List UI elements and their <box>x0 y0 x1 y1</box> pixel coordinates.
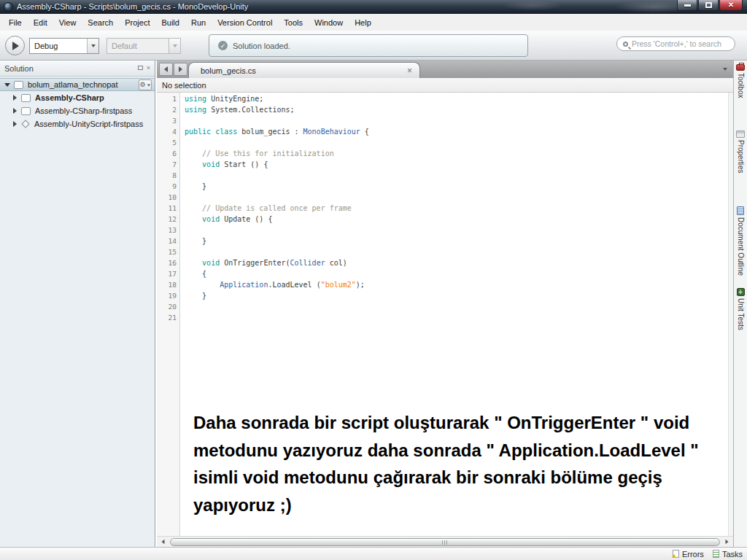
expander-right-icon[interactable] <box>13 108 17 114</box>
close-icon: ✕ <box>728 1 734 9</box>
expander-right-icon[interactable] <box>13 121 17 127</box>
status-message: Solution loaded. <box>233 42 290 50</box>
close-button[interactable]: ✕ <box>719 0 743 11</box>
code-line: public class bolum_gecis : MonoBehaviour… <box>185 126 728 137</box>
chevron-down-icon <box>147 84 150 86</box>
line-number: 4 <box>157 126 179 137</box>
monodevelop-window: Assembly-CSharp - Scripts\bolum_gecis.cs… <box>0 0 747 560</box>
chevron-down-icon[interactable] <box>87 39 98 53</box>
tab-toolbox-label: Toolbox <box>737 73 745 98</box>
line-number: 8 <box>157 170 179 181</box>
run-configuration-value: Debug <box>30 42 87 50</box>
tab-properties[interactable]: Properties <box>736 131 745 174</box>
code-line: using UnityEngine; <box>185 93 728 104</box>
code-line: void Start () { <box>185 159 728 170</box>
tree-row-solution-root[interactable]: bolum_atlama_technopat ⚙ <box>0 78 155 91</box>
arrow-right-icon <box>179 66 182 72</box>
menu-item-edit[interactable]: Edit <box>28 16 53 29</box>
line-number: 5 <box>157 137 179 148</box>
solution-pad: Solution × bolum_atlama_technopat ⚙ <box>0 61 155 547</box>
code-line <box>185 225 728 236</box>
global-search-input[interactable]: Press 'Control+,' to search <box>616 36 735 51</box>
unityscript-project-icon <box>21 120 29 128</box>
menu-item-build[interactable]: Build <box>155 16 185 29</box>
tab-close-icon[interactable]: × <box>407 66 412 75</box>
menu-item-window[interactable]: Window <box>309 16 349 29</box>
project-label: Assembly-CSharp <box>35 93 104 102</box>
line-number: 6 <box>157 148 179 159</box>
status-bar: Errors Tasks <box>0 547 747 560</box>
arrow-right-icon <box>726 540 729 544</box>
tree-row-assembly-unityscript-firstpass[interactable]: Assembly-UnityScript-firstpass <box>0 117 155 131</box>
tab-toolbox[interactable]: Toolbox <box>736 64 745 98</box>
scroll-right-button[interactable] <box>721 537 733 547</box>
menu-item-help[interactable]: Help <box>349 16 377 29</box>
scroll-left-button[interactable] <box>157 537 169 547</box>
code-line <box>185 246 728 257</box>
menu-item-file[interactable]: File <box>3 16 28 29</box>
nav-back-button[interactable] <box>159 63 173 76</box>
tab-document-outline[interactable]: Document Outline <box>737 206 745 276</box>
menu-item-view[interactable]: View <box>53 16 82 29</box>
errors-button[interactable]: Errors <box>673 550 704 559</box>
solution-root-label: bolum_atlama_technopat <box>28 80 118 89</box>
code-line: void Update () { <box>185 214 728 225</box>
window-title: Assembly-CSharp - Scripts\bolum_gecis.cs… <box>17 2 248 11</box>
line-number: 14 <box>157 236 179 246</box>
project-label: Assembly-UnityScript-firstpass <box>34 120 143 128</box>
scrollbar-thumb[interactable] <box>170 538 720 546</box>
line-number: 13 <box>157 225 179 236</box>
build-configuration-value: Default <box>107 42 169 50</box>
line-number: 17 <box>157 268 179 279</box>
expander-right-icon[interactable] <box>13 95 17 101</box>
tree-row-assembly-csharp-firstpass[interactable]: Assembly-CSharp-firstpass <box>0 104 155 117</box>
code-line <box>185 312 728 323</box>
scrollbar-grip <box>442 540 448 545</box>
editor-vertical-scrollbar[interactable] <box>728 93 733 536</box>
editor-horizontal-scrollbar[interactable] <box>157 536 733 547</box>
menu-item-search[interactable]: Search <box>82 16 119 29</box>
minimize-button[interactable] <box>677 0 697 11</box>
gear-icon: ⚙ <box>139 82 145 88</box>
code-line: } <box>185 290 728 301</box>
tab-list-dropdown-icon[interactable] <box>723 68 727 71</box>
run-configuration-dropdown[interactable]: Debug <box>29 38 99 54</box>
tab-properties-label: Properties <box>737 140 745 174</box>
annotation-line: yapıyoruz ;) <box>193 491 719 519</box>
menu-item-run[interactable]: Run <box>185 16 212 29</box>
code-line: } <box>185 181 728 192</box>
close-pad-icon[interactable]: × <box>147 65 150 71</box>
main-area: Solution × bolum_atlama_technopat ⚙ <box>0 61 747 547</box>
search-placeholder: Press 'Control+,' to search <box>632 39 721 48</box>
dock-icon[interactable] <box>138 66 143 70</box>
tab-bolum-gecis[interactable]: bolum_gecis.cs × <box>188 62 420 78</box>
tab-unit-tests[interactable]: + Unit Tests <box>737 288 745 330</box>
tasks-button[interactable]: Tasks <box>713 550 743 559</box>
arrow-left-icon <box>164 66 168 72</box>
menu-item-version-control[interactable]: Version Control <box>212 16 278 29</box>
line-number: 2 <box>157 104 179 115</box>
run-button[interactable] <box>5 36 25 55</box>
nav-forward-button[interactable] <box>174 63 187 76</box>
title-bar: Assembly-CSharp - Scripts\bolum_gecis.cs… <box>0 0 747 14</box>
tab-unit-tests-label: Unit Tests <box>737 298 745 330</box>
search-icon <box>623 42 628 47</box>
maximize-button[interactable] <box>698 0 719 11</box>
errors-icon <box>673 550 679 558</box>
solution-options-button[interactable]: ⚙ <box>139 79 152 90</box>
menu-item-project[interactable]: Project <box>119 16 155 29</box>
line-number: 11 <box>157 203 179 214</box>
monodevelop-app-icon <box>4 2 13 12</box>
expander-down-icon[interactable] <box>4 83 10 87</box>
tree-row-assembly-csharp[interactable]: Assembly-CSharp <box>0 91 155 104</box>
line-number: 18 <box>157 279 179 290</box>
line-number: 3 <box>157 115 179 126</box>
errors-label: Errors <box>682 550 704 559</box>
line-number: 9 <box>157 181 179 192</box>
code-line: // Use this for initialization <box>185 148 728 159</box>
check-icon: ✓ <box>218 41 228 50</box>
menu-item-tools[interactable]: Tools <box>278 16 309 29</box>
code-line <box>185 192 728 203</box>
maximize-icon <box>705 2 712 8</box>
solution-icon <box>14 81 23 89</box>
